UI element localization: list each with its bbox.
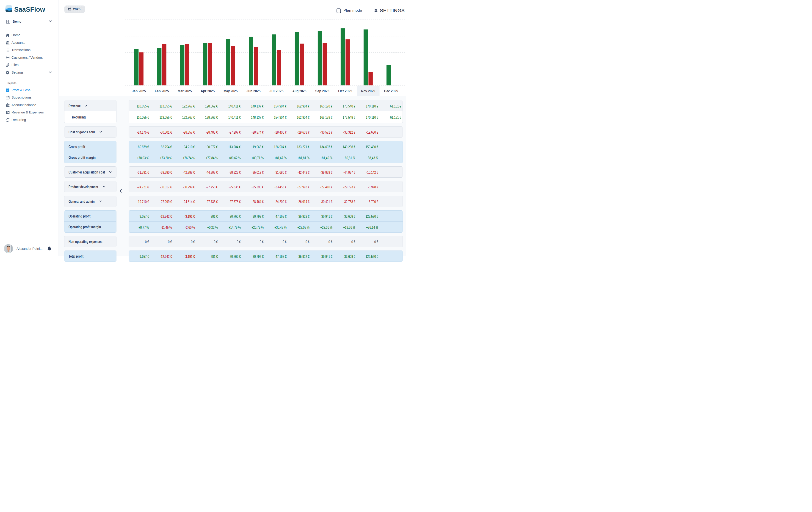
svg-text:Mar 2025: Mar 2025 [178, 89, 192, 93]
svg-text:May 2025: May 2025 [224, 89, 237, 93]
svg-text:Jun 2025: Jun 2025 [246, 89, 260, 93]
svg-text:Dec 2025: Dec 2025 [384, 89, 398, 93]
svg-text:Apr 2025: Apr 2025 [201, 89, 214, 93]
svg-text:Oct 2025: Oct 2025 [338, 89, 352, 93]
svg-text:Jan 2025: Jan 2025 [132, 89, 146, 93]
svg-text:Aug 2025: Aug 2025 [292, 89, 306, 93]
svg-text:Sep 2025: Sep 2025 [315, 89, 329, 93]
svg-text:Jul 2025: Jul 2025 [269, 89, 283, 93]
svg-text:Feb 2025: Feb 2025 [155, 89, 169, 93]
svg-text:Nov 2025: Nov 2025 [361, 89, 375, 93]
